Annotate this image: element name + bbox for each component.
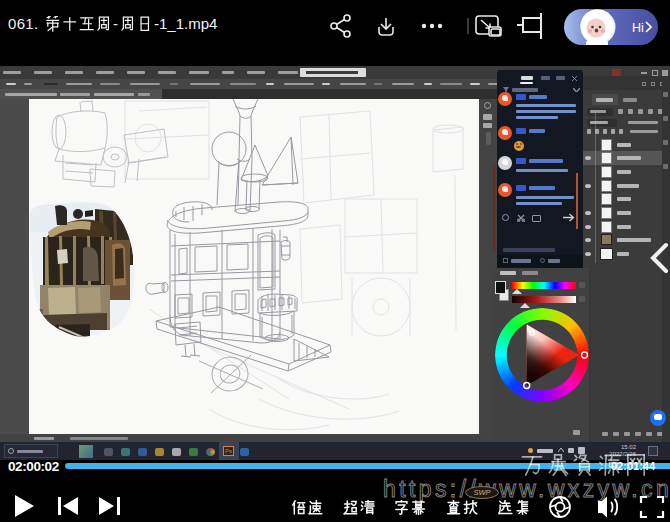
- svg-text:Hi: Hi: [632, 21, 644, 35]
